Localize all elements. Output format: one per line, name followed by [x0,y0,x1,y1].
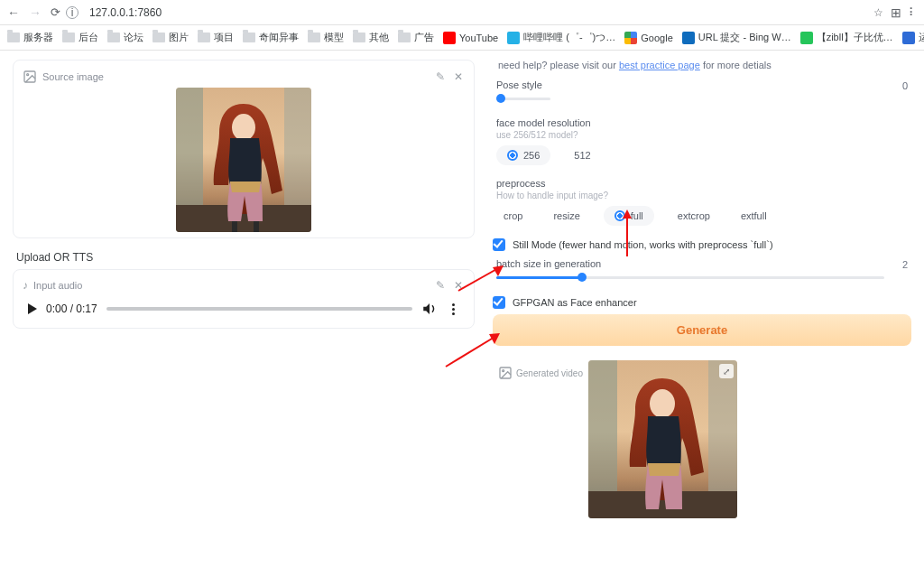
generated-video-card: Generated video [493,360,911,518]
bookmark-label: 运营笔记导航 | 史… [919,31,924,44]
audio-more-icon[interactable] [447,301,459,317]
svg-point-11 [503,370,504,372]
back-icon[interactable]: ← [7,5,20,20]
edit-icon[interactable]: ✎ [434,279,447,292]
bookmark-folder[interactable]: 项目 [198,31,234,44]
batch-slider[interactable] [496,271,884,284]
audio-icon: ♪ [23,279,28,292]
play-button[interactable] [28,303,37,314]
star-icon[interactable]: ☆ [873,6,883,19]
bookmark-link[interactable]: 哔哩哔哩 (゜-゜)つ… [507,31,615,44]
generated-video-preview[interactable]: ⤢ [588,360,737,518]
pose-style-slider[interactable] [496,92,550,105]
svg-point-1 [27,74,29,76]
bookmark-folder[interactable]: 奇闻异事 [243,31,299,44]
bookmark-folder[interactable]: 广告 [398,31,434,44]
folder-icon [398,33,411,42]
folder-icon [308,33,320,42]
bookmark-link[interactable]: 【zibll】子比优… [800,31,893,44]
extensions-icon[interactable]: ⊞ [891,5,901,20]
edit-icon[interactable]: ✎ [434,70,447,83]
bookmark-link[interactable]: 运营笔记导航 | 史… [902,31,924,44]
bookmark-label: 其他 [369,31,389,44]
folder-icon [243,33,255,42]
bookmark-label: 广告 [414,31,434,44]
browser-chrome-bar: ← → ⟳ i 127.0.0.1:7860 ☆ ⊞ ⠇ [0,0,924,25]
address-bar[interactable]: i 127.0.0.1:7860 [66,5,868,21]
still-mode-row[interactable]: Still Mode (fewer hand motion, works wit… [493,238,911,251]
bookmark-label: 后台 [79,31,98,44]
audio-seek-track[interactable] [106,307,412,311]
radio-label: full [631,210,643,221]
bookmark-folder[interactable]: 论坛 [107,31,143,44]
close-icon[interactable]: ✕ [452,70,465,83]
folder-icon [353,33,365,42]
forward-icon[interactable]: → [29,5,42,20]
reload-icon[interactable]: ⟳ [51,5,60,19]
still-mode-label: Still Mode (fewer hand motion, works wit… [513,239,773,250]
generate-button[interactable]: Generate [493,314,911,346]
radio-label: extfull [741,210,767,221]
left-column: Source image ✎ ✕ [0,51,487,577]
bookmark-link[interactable]: YouTube [443,32,498,44]
folder-icon [152,33,165,42]
bookmarks-bar: 服务器 后台 论坛 图片 项目 奇闻异事 模型 其他 广告 YouTube 哔哩… [0,25,924,51]
pose-style-value: 0 [886,80,908,91]
bookmark-link[interactable]: URL 提交 - Bing W… [682,31,791,44]
expand-icon[interactable]: ⤢ [719,364,734,378]
gfpgan-label: GFPGAN as Face enhancer [513,297,637,308]
url-text[interactable]: 127.0.0.1:7860 [84,5,868,21]
nav-controls: ← → ⟳ [7,5,60,20]
source-image-preview[interactable] [176,88,311,232]
gfpgan-row[interactable]: GFPGAN as Face enhancer [493,296,911,309]
bilibili-icon [507,32,520,44]
radio-label: extcrop [678,210,710,221]
bookmark-label: 【zibll】子比优… [817,31,893,44]
bookmark-label: YouTube [459,33,498,43]
bookmark-label: 图片 [169,31,189,44]
radio-full[interactable]: full [604,206,654,226]
radio-crop[interactable]: crop [496,206,530,226]
input-audio-label: Input audio [33,280,82,291]
radio-extfull[interactable]: extfull [734,206,774,226]
bookmark-link[interactable]: Google [624,32,672,44]
checkbox-icon[interactable] [493,296,505,309]
face-res-sub: use 256/512 model? [496,130,908,140]
radio-512[interactable]: 512 [567,145,597,165]
checkbox-icon[interactable] [493,238,505,251]
batch-title: batch size in generation [496,258,601,269]
help-link[interactable]: best practice page [619,60,700,70]
radio-256[interactable]: 256 [496,145,550,165]
bookmark-folder[interactable]: 服务器 [7,31,53,44]
radio-dot-icon [614,210,625,221]
bookmark-folder[interactable]: 其他 [353,31,389,44]
bookmark-label: 服务器 [23,31,53,44]
bookmark-label: 奇闻异事 [259,31,299,44]
pose-style-title: Pose style [496,79,542,90]
bookmark-label: Google [641,33,672,43]
bookmark-folder[interactable]: 图片 [152,31,189,44]
folder-icon [198,33,210,42]
batch-value: 2 [886,259,908,270]
bookmark-folder[interactable]: 模型 [308,31,344,44]
preprocess-sub: How to handle input image? [496,191,908,200]
site-info-icon[interactable]: i [66,6,79,19]
radio-extcrop[interactable]: extcrop [670,206,717,226]
radio-resize[interactable]: resize [546,206,587,226]
overflow-icon[interactable]: ⠇ [909,6,917,19]
bookmark-label: 项目 [214,31,234,44]
audio-player: 0:00 / 0:17 [19,295,468,322]
bing-icon [682,32,695,44]
svg-rect-9 [254,221,259,232]
image-icon [498,366,513,380]
image-icon [23,70,37,84]
youtube-icon [443,32,456,44]
close-icon[interactable]: ✕ [452,279,465,292]
bookmark-folder[interactable]: 后台 [62,31,98,44]
svg-point-7 [232,114,255,141]
source-image-label: Source image [42,71,104,82]
volume-icon[interactable] [421,301,438,317]
svg-point-17 [650,389,675,418]
radio-label: resize [553,210,579,221]
google-icon [624,32,637,44]
